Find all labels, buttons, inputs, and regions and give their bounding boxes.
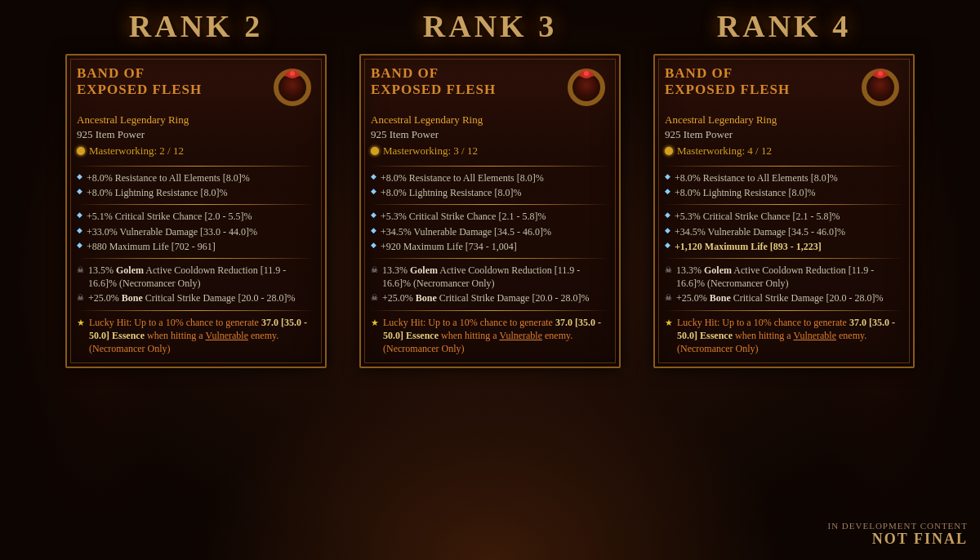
stat-line: ◆ +34.5% Vulnerable Damage [34.5 - 46.0]… [665,225,903,238]
item-icon [564,65,609,110]
masterworking: Masterworking: 2 / 12 [77,144,315,158]
item-power: 925 Item Power [77,128,315,141]
svg-point-16 [873,73,876,77]
rank3-card: Band of Exposed Flesh [359,54,621,368]
stat-line: ◆ +920 Maximum Life [734 - 1,004] [371,240,609,253]
skull-icon: ☠ [665,264,672,275]
lucky-hit-text: Lucky Hit: Up to a 10% chance to generat… [383,316,609,356]
svg-point-15 [878,71,883,76]
lucky-hit-text: Lucky Hit: Up to a 10% chance to generat… [89,316,315,356]
stat-text: +880 Maximum Life [702 - 961] [87,240,216,253]
lucky-hit-section: ★ Lucky Hit: Up to a 10% chance to gener… [77,316,315,356]
stat-line: ☠ 13.3% Golem Active Cooldown Reduction … [665,264,903,290]
svg-point-9 [584,71,589,76]
skull-icon: ☠ [665,292,672,303]
divider4 [665,310,903,311]
item-header: Band of Exposed Flesh [371,65,609,110]
stat-line: ◆ +880 Maximum Life [702 - 961] [77,240,315,253]
svg-point-5 [296,73,300,77]
stat-line: ◆ +8.0% Lightning Resistance [8.0]% [665,186,903,199]
stat-text: +5.3% Critical Strike Chance [2.1 - 5.8]… [381,210,546,223]
diamond-icon: ◆ [665,226,670,236]
stat-line: ◆ +5.3% Critical Strike Chance [2.1 - 5.… [371,210,609,223]
stat-line: ◆ +8.0% Resistance to All Elements [8.0]… [665,171,903,184]
stat-line: ◆ +34.5% Vulnerable Damage [34.5 - 46.0]… [371,225,609,238]
stat-line: ◆ +1,120 Maximum Life [893 - 1,223] [665,240,903,253]
masterworking: Masterworking: 3 / 12 [371,144,609,158]
mw-dot [77,147,85,155]
rank3-title: Rank 3 [423,8,557,44]
item-header: Band of Exposed Flesh [77,65,315,110]
stat-text: +8.0% Lightning Resistance [8.0]% [381,186,521,199]
star-icon: ★ [371,317,379,328]
rank4-title: Rank 4 [717,8,851,44]
stat-text: +920 Maximum Life [734 - 1,004] [381,240,517,253]
stat-text: +8.0% Resistance to All Elements [8.0]% [87,171,250,184]
diamond-icon: ◆ [371,226,376,236]
stat-line: ◆ +33.0% Vulnerable Damage [33.0 - 44.0]… [77,225,315,238]
lucky-hit-section: ★ Lucky Hit: Up to a 10% chance to gener… [665,316,903,356]
diamond-icon: ◆ [665,241,670,251]
skull-icon: ☠ [77,264,84,275]
star-icon: ★ [77,317,85,328]
divider1 [665,166,903,167]
diamond-icon: ◆ [371,187,376,197]
stat-group-2: ◆ +5.3% Critical Strike Chance [2.1 - 5.… [371,210,609,253]
stat-line: ◆ +8.0% Resistance to All Elements [8.0]… [77,171,315,184]
watermark-top: In Development Content [827,521,968,531]
stat-group-3: ☠ 13.3% Golem Active Cooldown Reduction … [665,264,903,305]
stat-line: ★ Lucky Hit: Up to a 10% chance to gener… [371,316,609,356]
stat-group-1: ◆ +8.0% Resistance to All Elements [8.0]… [371,171,609,199]
diamond-icon: ◆ [77,187,82,197]
item-name-block: Band of Exposed Flesh [77,65,202,99]
divider3 [77,258,315,259]
stat-line: ★ Lucky Hit: Up to a 10% chance to gener… [77,316,315,356]
diamond-icon: ◆ [371,211,376,220]
stat-line: ☠ +25.0% Bone Critical Strike Damage [20… [665,291,903,304]
item-name-block: Band of Exposed Flesh [371,65,496,99]
lucky-hit-section: ★ Lucky Hit: Up to a 10% chance to gener… [371,316,609,356]
stat-text: +25.0% Bone Critical Strike Damage [20.0… [382,291,589,304]
stat-text: +25.0% Bone Critical Strike Damage [20.0… [88,291,295,304]
svg-point-17 [884,73,888,77]
stat-line: ◆ +8.0% Lightning Resistance [8.0]% [77,186,315,199]
stat-text: +34.5% Vulnerable Damage [34.5 - 46.0]% [381,225,551,238]
stat-text: +5.3% Critical Strike Chance [2.1 - 5.8]… [675,210,840,223]
stat-text: +8.0% Resistance to All Elements [8.0]% [675,171,838,184]
mw-dot [371,147,379,155]
stat-line: ☠ +25.0% Bone Critical Strike Damage [20… [77,291,315,304]
rank2-title: Rank 2 [129,8,263,44]
item-header: Band of Exposed Flesh [665,65,903,110]
item-power: 925 Item Power [665,128,903,141]
stat-text: 13.3% Golem Active Cooldown Reduction [1… [382,264,609,290]
stat-line: ◆ +5.3% Critical Strike Chance [2.1 - 5.… [665,210,903,223]
stat-text: +5.1% Critical Strike Chance [2.0 - 5.5]… [87,210,252,223]
item-type: Ancestral Legendary Ring [665,113,903,127]
stat-text: +33.0% Vulnerable Damage [33.0 - 44.0]% [87,225,257,238]
stat-group-1: ◆ +8.0% Resistance to All Elements [8.0]… [77,171,315,199]
rank4-card: Band of Exposed Flesh [653,54,915,368]
stat-group-2: ◆ +5.3% Critical Strike Chance [2.1 - 5.… [665,210,903,253]
skull-icon: ☠ [371,292,378,303]
diamond-icon: ◆ [77,226,82,236]
item-icon [270,65,315,110]
stat-line: ★ Lucky Hit: Up to a 10% chance to gener… [665,316,903,356]
diamond-icon: ◆ [77,241,82,251]
divider3 [371,258,609,259]
ranks-row: Rank 2 Band of Exposed Flesh [0,0,980,368]
diamond-icon: ◆ [371,241,376,251]
divider2 [371,204,609,205]
stat-text: +25.0% Bone Critical Strike Damage [20.0… [676,291,883,304]
stat-text: +1,120 Maximum Life [893 - 1,223] [675,240,822,253]
item-type: Ancestral Legendary Ring [77,113,315,127]
diamond-icon: ◆ [665,187,670,197]
divider4 [371,310,609,311]
diamond-icon: ◆ [665,172,670,182]
item-name-block: Band of Exposed Flesh [665,65,790,99]
rank4-column: Rank 4 Band of Exposed Flesh [645,8,923,368]
item-type: Ancestral Legendary Ring [371,113,609,127]
svg-point-4 [285,73,288,77]
rank3-column: Rank 3 Band of Exposed Flesh [351,8,629,368]
rank2-card: Band of Exposed Flesh [65,54,327,368]
skull-icon: ☠ [77,292,84,303]
